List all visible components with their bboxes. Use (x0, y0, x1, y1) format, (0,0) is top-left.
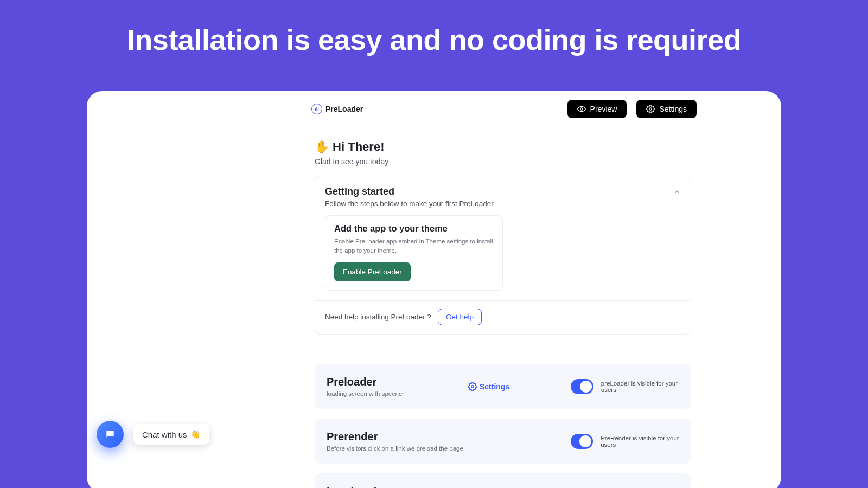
preview-button[interactable]: Preview (567, 100, 627, 118)
feature-toggle-caption: PreRender is visible for your users (601, 435, 679, 448)
divider (315, 300, 691, 301)
svg-point-2 (471, 386, 474, 388)
feature-row-lazyload: LazyLoad images will not load until the … (315, 473, 691, 488)
gear-icon (646, 105, 655, 113)
chat-widget: Chat with us 👋 (97, 421, 209, 448)
svg-point-0 (580, 108, 583, 110)
eye-icon (577, 105, 586, 113)
chat-icon (105, 429, 116, 440)
features-list: Preloader loading screen with speener Se… (315, 364, 691, 488)
panel-subtitle: Follow the steps below to make your firs… (325, 200, 681, 208)
get-help-button[interactable]: Get help (438, 309, 482, 325)
gear-icon (468, 382, 477, 391)
feature-row-preloader: Preloader loading screen with speener Se… (315, 364, 691, 409)
chat-pill[interactable]: Chat with us 👋 (133, 424, 209, 445)
help-text: Need help installing PreLoader ? (325, 313, 431, 321)
preview-button-label: Preview (590, 105, 617, 113)
feature-settings-label: Settings (480, 382, 509, 391)
feature-toggle[interactable] (571, 434, 593, 449)
brand-name: PreLoader (326, 105, 363, 113)
hero-title: Installation is easy and no coding is re… (0, 23, 868, 56)
step-title: Add the app to your theme (334, 223, 494, 234)
feature-toggle-caption: preLoader is visible for your users (601, 380, 679, 393)
greeting-title: ✋ Hi There! (315, 140, 700, 154)
getting-started-panel: Getting started Follow the steps below t… (315, 176, 691, 335)
feature-settings-link[interactable]: Settings (468, 382, 509, 391)
svg-point-1 (649, 108, 652, 110)
app-header: ıll PreLoader Preview Settings (315, 100, 700, 118)
enable-preloader-button[interactable]: Enable PreLoader (334, 262, 411, 281)
panel-title: Getting started (325, 186, 681, 197)
feature-toggle[interactable] (571, 379, 593, 394)
greeting: ✋ Hi There! Glad to see you today (315, 140, 700, 166)
feature-subtitle: loading screen with speener (327, 390, 468, 397)
settings-button[interactable]: Settings (636, 100, 697, 118)
feature-row-prerender: Prerender Before visitors click on a lin… (315, 419, 691, 464)
feature-title: LazyLoad (327, 485, 468, 488)
brand-logo-icon: ıll (311, 104, 322, 114)
step-card: Add the app to your theme Enable PreLoad… (325, 215, 503, 291)
help-row: Need help installing PreLoader ? Get hel… (325, 309, 681, 325)
settings-button-label: Settings (659, 105, 687, 113)
chevron-up-icon[interactable] (673, 188, 681, 196)
chat-fab-button[interactable] (97, 421, 124, 448)
chat-label: Chat with us (142, 430, 187, 439)
wave-emoji-icon: 👋 (190, 429, 201, 439)
feature-title: Preloader (327, 376, 468, 388)
greeting-subtitle: Glad to see you today (315, 157, 700, 166)
step-description: Enable PreLoader app embed in Theme sett… (334, 237, 494, 255)
feature-title: Prerender (327, 431, 468, 443)
brand: ıll PreLoader (311, 104, 363, 114)
feature-subtitle: Before visitors click on a link we prelo… (327, 445, 468, 452)
